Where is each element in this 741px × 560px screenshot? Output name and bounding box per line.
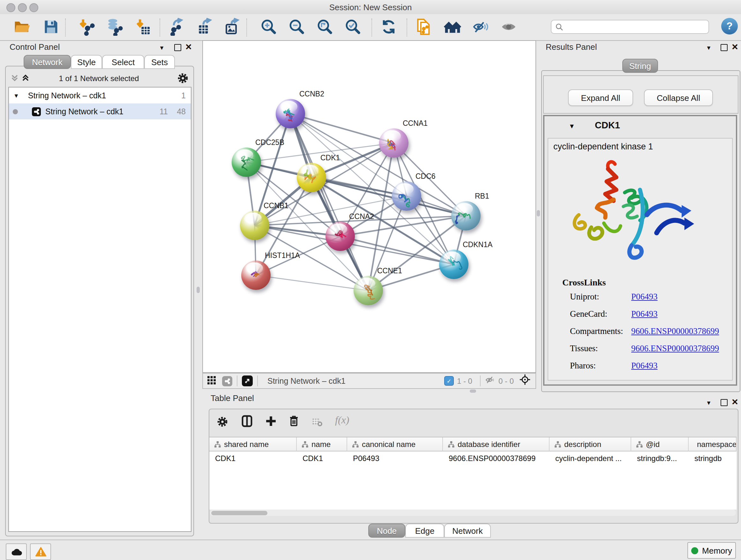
column-header--id[interactable]: @id [631,437,689,451]
node-CDKN1A[interactable] [439,250,468,279]
cloud-status-button[interactable] [6,543,27,560]
network-view-canvas[interactable]: CCNB2CCNA1CDC25BCDK1CDC6RB1CCNB1CCNA2CDK… [202,40,536,373]
network-options-gear-button[interactable] [178,73,188,86]
node-table[interactable]: shared namenamecanonical namedatabase id… [209,437,737,509]
column-header-namespace[interactable]: namespace [689,437,737,451]
expand-all-networks-icon[interactable] [10,73,19,84]
node-RB1[interactable] [451,201,481,231]
edge-CCNE1-HIST1H1A[interactable] [256,275,368,291]
node-CCNE1[interactable] [354,276,383,305]
first-neighbors-button[interactable] [442,17,463,37]
right-splitter-handle[interactable] [537,210,540,216]
open-session-button[interactable] [12,17,32,37]
collapse-all-networks-icon[interactable] [21,73,30,85]
crosslink-link[interactable]: P06493 [631,361,658,371]
sphere-gloss [301,165,319,177]
tab-select[interactable]: Select [102,55,144,69]
help-button[interactable]: ? [721,18,738,35]
tab-network[interactable]: Network [23,55,71,69]
create-column-button[interactable] [266,416,276,429]
collapse-all-button[interactable]: Collapse All [644,89,713,106]
node-CDC6[interactable] [392,181,421,211]
crosslink-link[interactable]: 9606.ENSP00000378699 [631,326,719,336]
birds-eye-view-button[interactable] [242,375,253,386]
results-panel-maximize-button[interactable] [721,44,728,51]
results-panel-float-button[interactable]: ▼ [706,45,712,51]
control-panel-close-button[interactable]: ✕ [185,44,192,51]
grid-view-button[interactable] [207,375,216,387]
network-view-mode-button[interactable] [222,376,232,386]
tab-sets[interactable]: Sets [144,55,175,69]
fit-selected-crosshair-button[interactable] [520,374,530,388]
bottom-splitter-handle[interactable] [470,389,476,393]
export-image-button[interactable] [222,17,243,37]
export-table-button[interactable] [195,17,215,37]
tree-expander-icon[interactable]: ▼ [13,92,19,99]
table-cell[interactable]: CDK1 [209,451,297,465]
warnings-button[interactable] [30,543,51,560]
apply-layout-button[interactable] [379,17,399,37]
show-columns-button[interactable] [241,415,253,430]
node-CCNA1[interactable] [379,128,408,158]
zoom-out-button[interactable] [286,17,307,37]
export-network-button[interactable] [166,17,187,37]
column-header-shared-name[interactable]: shared name [209,437,297,451]
import-network-database-button[interactable] [104,17,125,37]
control-panel-float-button[interactable]: ▼ [159,45,165,51]
delete-column-button[interactable] [288,415,299,429]
import-network-file-button[interactable] [77,17,97,37]
column-header-name[interactable]: name [297,437,347,451]
column-header-description[interactable]: description [549,437,631,451]
table-horizontal-scrollbar[interactable] [210,509,736,516]
hide-selected-button[interactable] [470,17,491,37]
column-header-canonical-name[interactable]: canonical name [347,437,443,451]
table-cell[interactable]: P06493 [347,451,443,465]
tab-style[interactable]: Style [71,55,102,69]
show-all-button[interactable] [498,17,519,37]
left-splitter-handle[interactable] [197,287,200,293]
tab-node-table[interactable]: Node Table [368,523,405,538]
scrollbar-thumb[interactable] [211,510,267,515]
zoom-selected-button[interactable] [343,17,363,37]
node-HIST1H1A[interactable] [241,260,271,290]
table-panel-float-button[interactable]: ▼ [706,400,712,406]
crosslink-link[interactable]: 9606.ENSP00000378699 [631,344,719,354]
table-cell[interactable]: CDK1 [297,451,347,465]
crosslink-link[interactable]: P06493 [631,309,658,319]
node-CDC25B[interactable] [232,147,261,177]
table-panel-close-button[interactable]: ✕ [731,398,738,406]
results-panel-close-button[interactable]: ✕ [731,44,738,51]
control-panel-maximize-button[interactable] [174,44,181,51]
gene-expander-icon[interactable]: ▼ [569,123,575,130]
node-CCNB2[interactable] [276,99,305,128]
node-CDK1[interactable] [297,163,326,192]
tab-edge-table[interactable]: Edge Table [405,523,444,538]
new-network-from-selection-button[interactable] [414,17,434,37]
network-row-selected[interactable]: String Network – cdk1 11 48 [9,104,191,119]
zoom-in-button[interactable] [259,17,279,37]
edge-CCNB2-CCNE1[interactable] [290,114,368,291]
network-collection-row[interactable]: ▼ String Network – cdk1 1 [9,87,191,104]
memory-button[interactable]: Memory [687,542,736,559]
crosslink-link[interactable]: P06493 [631,292,658,302]
function-builder-button[interactable]: f(x) [335,415,349,426]
column-header-database-identifier[interactable]: database identifier [443,437,549,451]
expand-all-button[interactable]: Expand All [568,89,633,106]
table-panel-maximize-button[interactable] [721,399,728,406]
tab-string[interactable]: String [622,59,658,73]
node-label-CCNA1: CCNA1 [403,119,428,127]
zoom-fit-button[interactable] [315,17,335,37]
table-cell[interactable]: stringdb:9... [631,451,689,465]
selected-checkbox-icon[interactable]: ✓ [444,376,454,386]
save-session-button[interactable] [41,17,61,37]
search-input[interactable] [566,22,709,32]
import-table-button[interactable] [133,17,153,37]
table-cell[interactable]: cyclin-dependent ... [549,451,631,465]
delete-table-button[interactable] [312,418,323,429]
node-CCNB1[interactable] [240,211,269,240]
node-CCNA2[interactable] [326,222,355,251]
table-settings-button[interactable] [217,416,228,430]
tab-network-table[interactable]: Network Table [444,523,491,538]
table-cell[interactable]: 9606.ENSP00000378699 [443,451,549,465]
table-cell[interactable]: stringdb [689,451,737,465]
